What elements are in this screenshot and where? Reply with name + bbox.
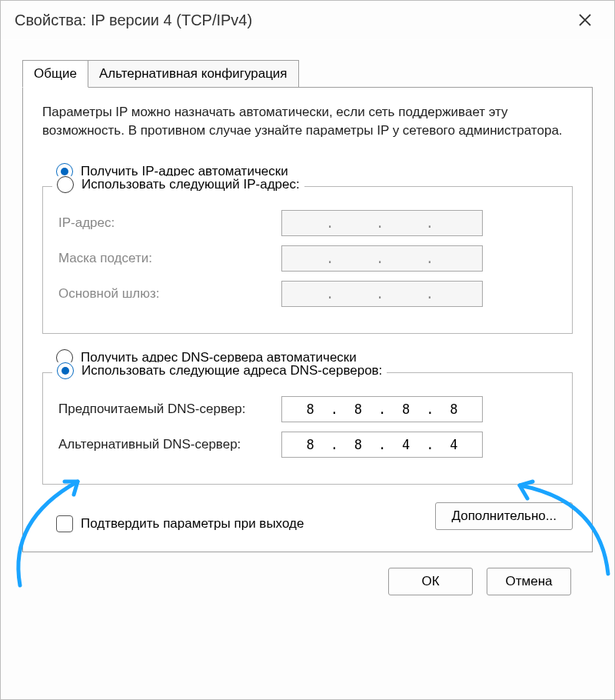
advanced-button-label: Дополнительно... (451, 508, 557, 523)
gateway-field: . . . (281, 281, 483, 307)
advanced-button[interactable]: Дополнительно... (435, 502, 573, 530)
validate-label: Подтвердить параметры при выходе (81, 516, 304, 532)
general-panel: Параметры IP можно назначать автоматичес… (22, 87, 593, 552)
validate-on-exit[interactable]: Подтвердить параметры при выходе (56, 515, 304, 532)
dialog-buttons: ОК Отмена (22, 552, 593, 595)
ok-button-label: ОК (421, 574, 439, 588)
subnet-mask-field: . . . (281, 245, 483, 272)
radio-dns-manual-label: Использовать следующие адреса DNS-сервер… (81, 363, 382, 378)
preferred-dns-field[interactable]: 8. 8. 8. 8 (281, 396, 483, 422)
close-icon[interactable] (570, 5, 600, 35)
radio-icon (57, 362, 74, 379)
alternate-dns-field[interactable]: 8. 8. 4. 4 (281, 432, 483, 458)
properties-dialog: Свойства: IP версии 4 (TCP/IPv4) Общие А… (0, 0, 615, 700)
radio-ip-manual-label: Использовать следующий IP-адрес: (81, 177, 300, 192)
tab-general-label: Общие (34, 66, 77, 81)
radio-dns-manual[interactable]: Использовать следующие адреса DNS-сервер… (52, 362, 387, 379)
radio-ip-manual[interactable]: Использовать следующий IP-адрес: (52, 176, 304, 193)
cancel-button-label: Отмена (506, 574, 553, 588)
checkbox-icon (56, 515, 73, 532)
ip-address-label: IP-адрес: (58, 215, 281, 231)
alternate-dns-label: Альтернативный DNS-сервер: (58, 437, 281, 452)
subnet-mask-label: Маска подсети: (58, 251, 281, 266)
preferred-dns-label: Предпочитаемый DNS-сервер: (58, 402, 281, 417)
titlebar: Свойства: IP версии 4 (TCP/IPv4) (1, 1, 614, 40)
gateway-label: Основной шлюз: (58, 286, 281, 302)
tab-alt-config[interactable]: Альтернативная конфигурация (88, 60, 299, 88)
tab-alt-label: Альтернативная конфигурация (99, 66, 288, 81)
window-title: Свойства: IP версии 4 (TCP/IPv4) (15, 12, 252, 29)
ip-address-field: . . . (281, 210, 483, 236)
radio-icon (57, 176, 74, 193)
fieldset-dns-manual: Использовать следующие адреса DNS-сервер… (42, 372, 573, 485)
dialog-content: Общие Альтернативная конфигурация Параме… (1, 40, 614, 595)
tab-strip: Общие Альтернативная конфигурация (22, 60, 593, 88)
panel-description: Параметры IP можно назначать автоматичес… (42, 103, 573, 140)
tab-general[interactable]: Общие (22, 60, 88, 88)
ok-button[interactable]: ОК (388, 568, 473, 595)
cancel-button[interactable]: Отмена (487, 568, 571, 595)
fieldset-ip-manual: Использовать следующий IP-адрес: IP-адре… (42, 186, 573, 334)
